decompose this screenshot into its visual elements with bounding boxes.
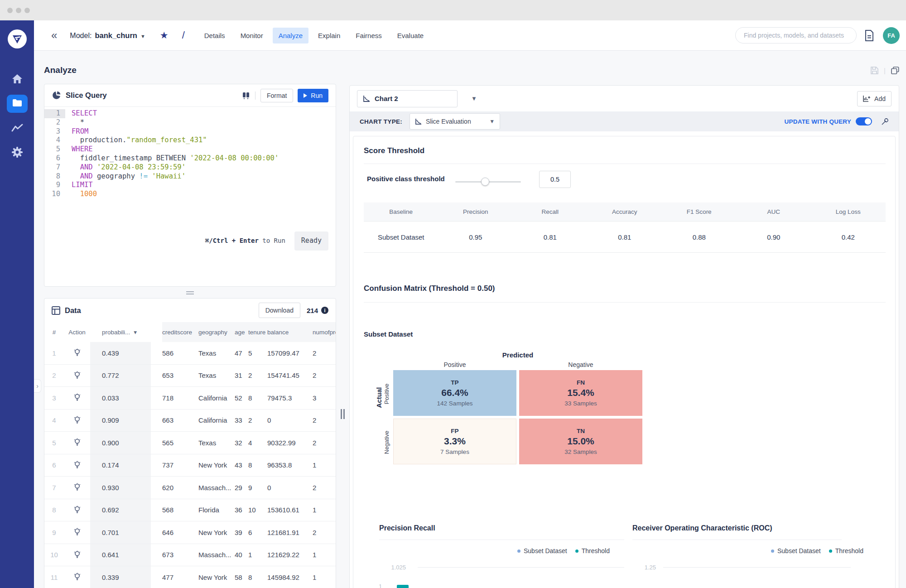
avatar[interactable]: FA <box>883 27 900 44</box>
threshold-input[interactable] <box>539 171 571 188</box>
duplicate-chart-icon[interactable] <box>891 67 899 74</box>
tab-evaluate[interactable]: Evaluate <box>391 28 429 43</box>
window-maximize-button[interactable] <box>24 8 30 13</box>
table-row[interactable]: 80.692568Florida3610153610.611 <box>44 499 336 522</box>
explain-lightbulb-button[interactable] <box>64 483 90 492</box>
sort-caret-icon[interactable]: ▾ <box>134 328 137 336</box>
threshold-slider-knob[interactable] <box>481 178 489 186</box>
pin-icon[interactable] <box>881 118 889 125</box>
column-header-action[interactable]: Action <box>64 329 90 336</box>
explain-lightbulb-button[interactable] <box>64 573 90 582</box>
column-header-index[interactable]: # <box>44 329 64 336</box>
table-row[interactable]: 20.772653Texas312154741.452 <box>44 365 336 387</box>
chart-selector[interactable]: Chart 2 <box>357 90 458 107</box>
metrics-column-header: Precision <box>439 202 513 221</box>
explain-lightbulb-button[interactable] <box>64 348 90 357</box>
info-icon[interactable]: i <box>321 307 328 314</box>
legend-item-threshold[interactable]: Threshold <box>575 547 610 554</box>
legend-item-subset-dataset[interactable]: Subset Dataset <box>517 547 567 554</box>
column-header-geography[interactable]: geography <box>198 329 235 336</box>
column-header-balance[interactable]: balance <box>267 329 313 336</box>
explain-lightbulb-button[interactable] <box>64 461 90 470</box>
sidebar-item-projects[interactable] <box>0 93 34 114</box>
legend-item-threshold[interactable]: Threshold <box>829 547 863 554</box>
column-header-tenure[interactable]: tenure <box>248 329 267 336</box>
table-row[interactable]: 60.174737New York43896353.81 <box>44 454 336 477</box>
chart-type-dropdown[interactable]: Slice Evaluation ▼ <box>410 113 500 130</box>
save-chart-icon[interactable] <box>871 67 878 74</box>
cell-numofprodu: 1 <box>313 551 336 559</box>
explain-lightbulb-button[interactable] <box>64 416 90 425</box>
sql-code-line[interactable]: 7 AND '2022-04-08 23:59:59' <box>44 163 336 172</box>
update-with-query-toggle[interactable] <box>856 117 872 125</box>
collapse-sidebar-button[interactable]: « <box>51 30 57 41</box>
table-row[interactable]: 70.930620Massach...29902 <box>44 477 336 499</box>
cell-creditscore: 568 <box>162 506 198 514</box>
toolbar-divider: | <box>884 67 886 74</box>
tab-analyze[interactable]: Analyze <box>273 28 308 43</box>
explain-lightbulb-button[interactable] <box>64 550 90 559</box>
cell-age: 36 <box>235 506 248 514</box>
table-row[interactable]: 90.701646New York396121681.912 <box>44 521 336 544</box>
sql-code-line[interactable]: 4 production."random_forest_431" <box>44 136 336 145</box>
cell-age: 43 <box>235 461 248 469</box>
expand-sidebar-chevron[interactable]: › <box>34 379 41 393</box>
sql-code-line[interactable]: 3FROM <box>44 127 336 136</box>
explain-lightbulb-button[interactable] <box>64 438 90 447</box>
explain-lightbulb-button[interactable] <box>64 371 90 380</box>
sql-code-line[interactable]: 5WHERE <box>44 145 336 154</box>
horizontal-resize-handle[interactable] <box>186 291 194 294</box>
table-row[interactable]: 30.033718California52879475.33 <box>44 387 336 410</box>
cell-age: 47 <box>235 349 248 357</box>
table-row[interactable]: 50.900565Texas32490322.992 <box>44 432 336 454</box>
sidebar-item-home[interactable] <box>0 69 34 90</box>
sql-code-line[interactable]: 8 AND geography != 'Hawaii' <box>44 172 336 181</box>
column-header-probability[interactable]: probabili...▾ <box>90 322 151 342</box>
sidebar-item-settings[interactable] <box>0 143 34 164</box>
column-header-numofproducts[interactable]: numofprodu <box>313 329 336 336</box>
line-number: 4 <box>44 136 65 145</box>
window-close-button[interactable] <box>7 8 13 13</box>
compare-columns-icon[interactable] <box>242 92 250 99</box>
legend-item-subset-dataset[interactable]: Subset Dataset <box>771 547 821 554</box>
tab-fairness[interactable]: Fairness <box>350 28 388 43</box>
sql-code-line[interactable]: 2 * <box>44 118 336 127</box>
column-header-creditscore[interactable]: creditscore <box>162 329 198 336</box>
download-button[interactable]: Download <box>259 303 300 318</box>
sql-code-line[interactable]: 10 1000 <box>44 190 336 199</box>
explain-lightbulb-button[interactable] <box>64 506 90 515</box>
vertical-resize-handle[interactable] <box>341 409 345 419</box>
line-number: 9 <box>44 181 65 190</box>
window-minimize-button[interactable] <box>16 8 21 13</box>
model-selector[interactable]: Model: bank_churn ▼ <box>70 31 145 40</box>
tab-monitor[interactable]: Monitor <box>235 28 269 43</box>
column-header-age[interactable]: age <box>235 329 248 336</box>
table-row[interactable]: 10.439586Texas475157099.472 <box>44 342 336 365</box>
add-chart-button[interactable]: Add <box>857 91 892 106</box>
row-index: 8 <box>44 506 64 514</box>
run-button[interactable]: Run <box>298 89 328 102</box>
sql-code-line[interactable]: 9LIMIT <box>44 181 336 190</box>
document-icon[interactable] <box>865 30 874 41</box>
favorite-star-button[interactable]: ★ <box>160 30 169 41</box>
window-controls <box>7 8 30 13</box>
tab-explain[interactable]: Explain <box>312 28 346 43</box>
table-row[interactable]: 40.909663California33202 <box>44 410 336 432</box>
sql-code-line[interactable]: 6 fiddler_timestamp BETWEEN '2022-04-08 … <box>44 154 336 163</box>
table-row[interactable]: 100.641673Massach...401121629.221 <box>44 544 336 567</box>
metrics-column-header: Recall <box>513 202 588 221</box>
app-header: « Model: bank_churn ▼ ★ / Details Monito… <box>34 20 906 51</box>
explain-lightbulb-button[interactable] <box>64 528 90 537</box>
sql-code-line[interactable]: 1SELECT <box>44 109 336 118</box>
explain-lightbulb-button[interactable] <box>64 393 90 402</box>
search-input[interactable] <box>735 27 857 43</box>
home-icon <box>12 74 23 86</box>
table-row[interactable]: 110.339477New York588145984.921 <box>44 566 336 588</box>
tab-details[interactable]: Details <box>198 28 231 43</box>
fiddler-logo[interactable] <box>8 29 27 48</box>
sql-editor[interactable]: 1SELECT2 *3FROM4 production."random_fore… <box>44 107 336 256</box>
format-button[interactable]: Format <box>260 89 293 102</box>
sidebar-item-monitoring[interactable] <box>0 118 34 139</box>
chart-dropdown-caret[interactable]: ▼ <box>471 95 477 102</box>
threshold-slider[interactable] <box>455 181 521 183</box>
